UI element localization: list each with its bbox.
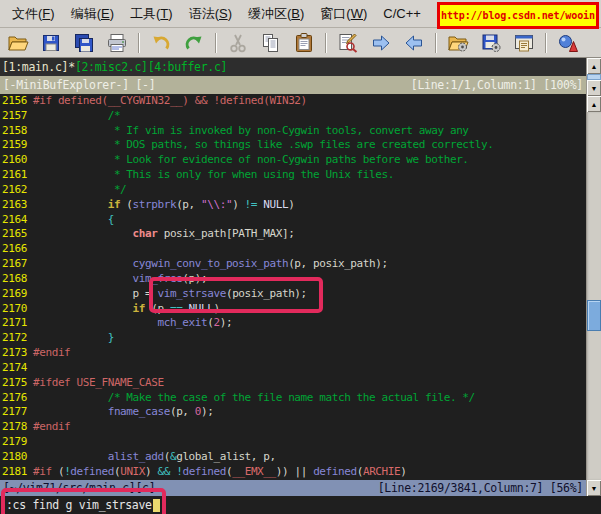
menu-item-cpp[interactable]: C/C++	[375, 3, 429, 24]
code-token: cygwin_conv_to_posix_path	[133, 257, 289, 270]
menu-item-buffers[interactable]: 缓冲区(B)	[240, 2, 312, 26]
paste-button[interactable]	[292, 31, 316, 55]
save-file-button[interactable]	[39, 31, 63, 55]
menu-item-label: 编辑(	[71, 6, 101, 21]
toolbar-separator	[138, 33, 140, 53]
mbe-scroll-thumb[interactable]	[587, 74, 601, 80]
code-line-2172[interactable]: 2172 }	[2, 331, 586, 346]
mbe-scroll-up-button[interactable]: ▲	[587, 58, 601, 74]
save-session-button[interactable]	[479, 31, 503, 55]
menu-item-label: )	[228, 6, 232, 21]
code-line-2157[interactable]: 2157 /*	[2, 109, 586, 124]
code-line-2174[interactable]: 2174	[2, 361, 586, 376]
code-line-2169[interactable]: 2169 p = vim_strsave(posix_path);	[2, 287, 586, 302]
code-line-2156[interactable]: 2156#if defined(__CYGWIN32__) && !define…	[2, 94, 586, 109]
command-line[interactable]: :cs find g vim_strsave	[0, 496, 601, 514]
copy-button[interactable]	[259, 31, 283, 55]
code-line-2178[interactable]: 2178#endif	[2, 420, 586, 435]
cut-icon	[227, 32, 249, 54]
code-line-2161[interactable]: 2161 * This is only for when using the U…	[2, 168, 586, 183]
load-session-button[interactable]	[446, 31, 470, 55]
code-line-2165[interactable]: 2165 char posix_path[PATH_MAX];	[2, 227, 586, 242]
run-script-button[interactable]	[512, 31, 536, 55]
buffer-tab-4-buffer-c[interactable]: [4:buffer.c]	[148, 60, 227, 74]
code-line-2181[interactable]: 2181#if (!defined(UNIX) && !defined(__EM…	[2, 465, 586, 480]
print-button[interactable]	[105, 31, 129, 55]
code-line-2166[interactable]: 2166	[2, 242, 586, 257]
code-token: if	[108, 198, 120, 211]
buffer-tabline: [1:main.c]*[2:misc2.c][4:buffer.c]	[0, 58, 586, 76]
code-line-2159[interactable]: 2159 * DOS paths, so things like .swp fi…	[2, 138, 586, 153]
editor-scroll-track[interactable]	[587, 112, 601, 480]
code-token: __EMX__	[232, 465, 276, 478]
editor-scrollbar: ▲ ▼	[587, 96, 601, 496]
code-line-2168[interactable]: 2168 vim_free(p);	[2, 272, 586, 287]
code-line-2170[interactable]: 2170 if (p == NULL)	[2, 302, 586, 317]
code-lines: 2156#if defined(__CYGWIN32__) && !define…	[2, 94, 586, 480]
code-line-2180[interactable]: 2180 alist_add(&global_alist, p,	[2, 450, 586, 465]
menu-item-edit[interactable]: 编辑(E)	[63, 2, 122, 26]
find-prev-button[interactable]	[402, 31, 426, 55]
code-token: alist_add	[108, 450, 164, 463]
buffer-tab-1-main-c[interactable]: [1:main.c]*	[2, 60, 75, 74]
line-number: 2158	[2, 124, 33, 139]
line-number: 2167	[2, 257, 33, 272]
code-line-2177[interactable]: 2177 fname_case(p, 0);	[2, 405, 586, 420]
menu-item-label: )	[300, 6, 304, 21]
code-line-2179[interactable]: 2179	[2, 435, 586, 450]
code-token: defined	[70, 465, 114, 478]
tags-button[interactable]	[556, 31, 580, 55]
code-token: p =	[33, 287, 157, 300]
mbe-scroll-track[interactable]	[587, 74, 601, 80]
editor-scroll-up-button[interactable]: ▲	[587, 96, 601, 112]
redo-button[interactable]	[182, 31, 206, 55]
editor-statusline: [~/vim71/src/main.c][c] [Line:2169/3841,…	[0, 480, 586, 496]
code-token: (posix_path);	[226, 287, 307, 300]
buffer-tab-2-misc2-c[interactable]: [2:misc2.c]	[75, 60, 148, 74]
code-token: char	[133, 227, 158, 240]
code-token: )	[213, 302, 219, 315]
open-file-button[interactable]	[6, 31, 30, 55]
code-token	[33, 331, 108, 344]
menu-item-label: 语法(	[189, 6, 219, 21]
code-line-2173[interactable]: 2173#endif	[2, 346, 586, 361]
menu-item-file[interactable]: 文件(F)	[4, 2, 63, 26]
code-line-2163[interactable]: 2163 if (strpbrk(p, "\\:") != NULL)	[2, 198, 586, 213]
mbe-scroll-down-button[interactable]: ▼	[587, 80, 601, 96]
menu-item-tools[interactable]: 工具(T)	[122, 2, 181, 26]
code-token: UNIX	[120, 465, 145, 478]
editor-scroll-thumb[interactable]	[587, 300, 601, 331]
code-token: defined	[182, 465, 226, 478]
code-line-2160[interactable]: 2160 * Look for evidence of non-Cygwin p…	[2, 153, 586, 168]
find-replace-button[interactable]	[336, 31, 360, 55]
code-token: fname_case	[108, 405, 170, 418]
menu-item-mnemonic: S	[219, 6, 228, 21]
line-number: 2179	[2, 435, 33, 450]
code-line-2175[interactable]: 2175#ifdef USE_FNAME_CASE	[2, 376, 586, 391]
line-number: 2175	[2, 376, 33, 391]
code-token: * This is only for when using the Unix f…	[33, 168, 394, 181]
save-all-icon	[73, 32, 95, 54]
code-token: );	[220, 316, 232, 329]
code-token: &&	[158, 465, 170, 478]
code-line-2158[interactable]: 2158 * If vim is invoked by non-Cygwin t…	[2, 124, 586, 139]
undo-button[interactable]	[149, 31, 173, 55]
print-icon	[106, 32, 128, 54]
save-all-button[interactable]	[72, 31, 96, 55]
line-number: 2170	[2, 302, 33, 317]
code-area[interactable]: 2156#if defined(__CYGWIN32__) && !define…	[0, 94, 586, 480]
code-line-2164[interactable]: 2164 {	[2, 213, 586, 228]
code-token: "\\:"	[201, 198, 232, 211]
code-line-2162[interactable]: 2162 */	[2, 183, 586, 198]
code-line-2176[interactable]: 2176 /* Make the case of the file name m…	[2, 391, 586, 406]
main-region: [1:main.c]*[2:misc2.c][4:buffer.c] [-Min…	[0, 58, 601, 496]
menu-item-window[interactable]: 窗口(W)	[312, 2, 375, 26]
code-line-2171[interactable]: 2171 mch_exit(2);	[2, 316, 586, 331]
code-token: * Look for evidence of non-Cygwin paths …	[33, 153, 469, 166]
code-token: #endif	[33, 420, 70, 433]
code-token	[33, 405, 108, 418]
code-line-2167[interactable]: 2167 cygwin_conv_to_posix_path(p, posix_…	[2, 257, 586, 272]
find-next-button[interactable]	[369, 31, 393, 55]
editor-scroll-down-button[interactable]: ▼	[587, 480, 601, 496]
menu-item-syntax[interactable]: 语法(S)	[181, 2, 240, 26]
